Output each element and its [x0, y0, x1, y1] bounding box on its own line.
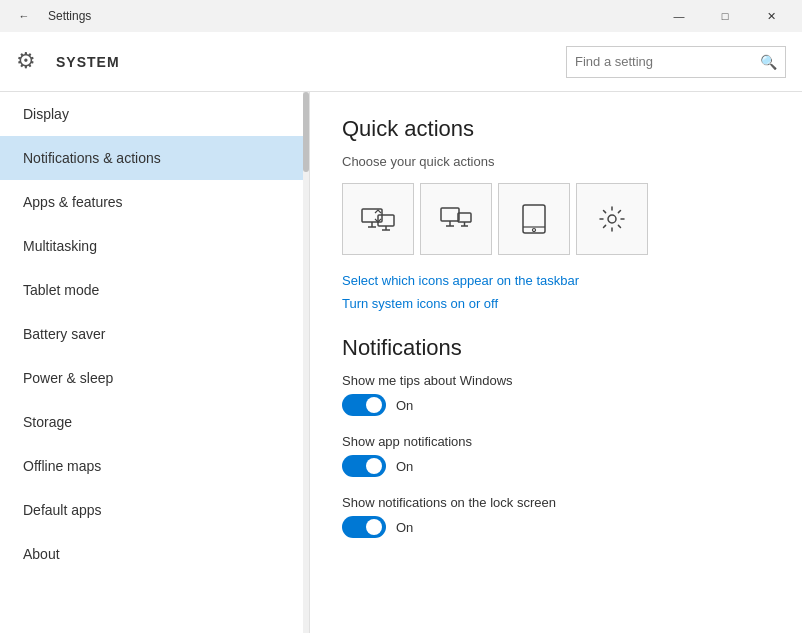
notifications-title: Notifications — [342, 335, 770, 361]
taskbar-icons-link[interactable]: Select which icons appear on the taskbar — [342, 273, 770, 288]
minimize-button[interactable]: — — [656, 0, 702, 32]
back-icon: ← — [19, 10, 30, 22]
project-icon — [438, 201, 474, 237]
connect-icon — [360, 201, 396, 237]
sidebar-item-storage[interactable]: Storage — [0, 400, 309, 444]
toggle-thumb-2 — [366, 458, 382, 474]
quick-actions-title: Quick actions — [342, 116, 770, 142]
quick-action-project[interactable] — [420, 183, 492, 255]
window-controls: — □ ✕ — [656, 0, 794, 32]
quick-action-tablet[interactable] — [498, 183, 570, 255]
maximize-icon: □ — [722, 10, 729, 22]
notifications-section: Notifications Show me tips about Windows… — [342, 335, 770, 538]
notif-tips: Show me tips about Windows On — [342, 373, 770, 416]
sidebar-item-display[interactable]: Display — [0, 92, 309, 136]
notif-apps-toggle-row: On — [342, 455, 770, 477]
toggle-thumb — [366, 397, 382, 413]
notif-apps-state: On — [396, 459, 413, 474]
gear-icon — [594, 201, 630, 237]
notif-lock-state: On — [396, 520, 413, 535]
notif-tips-label: Show me tips about Windows — [342, 373, 770, 388]
svg-point-13 — [533, 229, 536, 232]
svg-rect-9 — [458, 213, 471, 222]
notif-apps: Show app notifications On — [342, 434, 770, 477]
svg-rect-3 — [378, 215, 394, 226]
sidebar-item-default-apps[interactable]: Default apps — [0, 488, 309, 532]
app-title: SYSTEM — [56, 54, 566, 70]
notif-lock-toggle[interactable] — [342, 516, 386, 538]
search-input[interactable] — [575, 54, 760, 69]
notif-tips-toggle-row: On — [342, 394, 770, 416]
window-title: Settings — [48, 9, 91, 23]
sidebar: Display Notifications & actions Apps & f… — [0, 92, 310, 633]
svg-rect-6 — [441, 208, 459, 221]
quick-action-settings[interactable] — [576, 183, 648, 255]
sidebar-item-battery[interactable]: Battery saver — [0, 312, 309, 356]
quick-actions-subtitle: Choose your quick actions — [342, 154, 770, 169]
notif-apps-label: Show app notifications — [342, 434, 770, 449]
sidebar-item-apps[interactable]: Apps & features — [0, 180, 309, 224]
minimize-icon: — — [674, 10, 685, 22]
search-box: 🔍 — [566, 46, 786, 78]
content-panel: Quick actions Choose your quick actions — [310, 92, 802, 633]
scrollbar-track — [303, 92, 309, 633]
notif-lock: Show notifications on the lock screen On — [342, 495, 770, 538]
maximize-button[interactable]: □ — [702, 0, 748, 32]
close-button[interactable]: ✕ — [748, 0, 794, 32]
scrollbar-thumb[interactable] — [303, 92, 309, 172]
sidebar-item-about[interactable]: About — [0, 532, 309, 576]
sidebar-item-power[interactable]: Power & sleep — [0, 356, 309, 400]
close-icon: ✕ — [767, 10, 776, 23]
sidebar-item-notifications[interactable]: Notifications & actions — [0, 136, 309, 180]
system-icons-link[interactable]: Turn system icons on or off — [342, 296, 770, 311]
sidebar-item-tablet[interactable]: Tablet mode — [0, 268, 309, 312]
app-header: ⚙ SYSTEM 🔍 — [0, 32, 802, 92]
quick-action-connect[interactable] — [342, 183, 414, 255]
title-bar: ← Settings — □ ✕ — [0, 0, 802, 32]
svg-point-15 — [608, 215, 616, 223]
notif-tips-toggle[interactable] — [342, 394, 386, 416]
notif-apps-toggle[interactable] — [342, 455, 386, 477]
notif-tips-state: On — [396, 398, 413, 413]
search-icon: 🔍 — [760, 54, 777, 70]
main-layout: Display Notifications & actions Apps & f… — [0, 92, 802, 633]
sidebar-item-multitasking[interactable]: Multitasking — [0, 224, 309, 268]
title-bar-left: ← Settings — [8, 0, 656, 32]
sidebar-item-maps[interactable]: Offline maps — [0, 444, 309, 488]
back-button[interactable]: ← — [8, 0, 40, 32]
system-icon: ⚙ — [16, 48, 44, 76]
quick-actions-row — [342, 183, 770, 255]
tablet-icon — [516, 201, 552, 237]
toggle-thumb-3 — [366, 519, 382, 535]
notif-lock-toggle-row: On — [342, 516, 770, 538]
notif-lock-label: Show notifications on the lock screen — [342, 495, 770, 510]
